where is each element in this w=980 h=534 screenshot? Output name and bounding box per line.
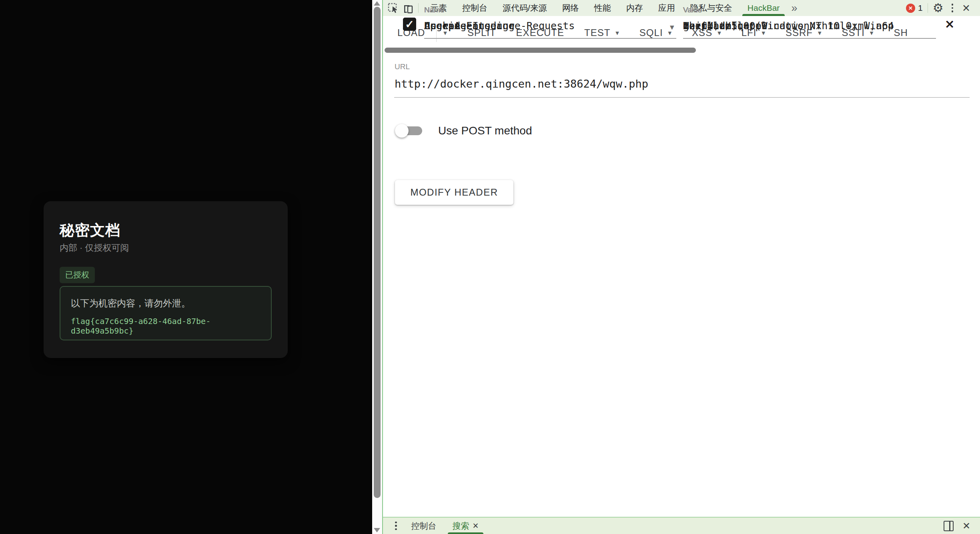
drawer-search-label: 搜索 (453, 520, 469, 532)
name-dropdown-icon[interactable]: ▾ (670, 22, 674, 32)
value-field-label: Value (683, 6, 702, 14)
drawer-search-close-icon[interactable]: ✕ (473, 521, 479, 530)
name-field-label: Name (424, 6, 445, 14)
post-method-label: Use POST method (438, 124, 532, 137)
header-checkbox[interactable]: ✓ (403, 18, 416, 31)
field-underline (424, 38, 676, 39)
card-title: 秘密文档 (60, 220, 120, 240)
url-field-label: URL (395, 62, 410, 71)
scroll-up-arrow-icon[interactable] (374, 1, 380, 6)
scrollbar-thumb[interactable] (374, 7, 381, 498)
secret-document-card: 秘密文档 内部 · 仅授权可阅 已授权 以下为机密内容，请勿外泄。 flag{c… (44, 201, 288, 358)
url-input-underline (394, 97, 970, 98)
drawer-right-controls: ✕ (944, 520, 980, 532)
card-subtitle: 内部 · 仅授权可阅 (60, 242, 129, 254)
flag-text: flag{ca7c6c99-a628-46ad-87be-d3eb49a5b9b… (71, 316, 271, 336)
drawer-close-icon[interactable]: ✕ (962, 520, 970, 532)
drawer-active-underline (448, 532, 484, 534)
authorized-badge: 已授权 (60, 267, 95, 283)
devtools-drawer: 控制台 搜索 ✕ ✕ (383, 517, 980, 534)
scroll-down-arrow-icon[interactable] (374, 528, 380, 532)
toggle-knob[interactable] (395, 124, 409, 138)
remove-header-icon[interactable]: ✕ (945, 18, 954, 31)
post-method-toggle[interactable] (395, 118, 423, 144)
header-value-field[interactable]: Value zh-CN,zh;q=0.9 (683, 0, 936, 40)
field-underline (683, 38, 936, 39)
drawer-tab-console[interactable]: 控制台 (407, 518, 441, 534)
header-row: ✓ Name Accept-Language ▾ Value zh-CN,zh;… (383, 0, 980, 42)
dock-side-icon[interactable] (944, 521, 954, 531)
drawer-tab-search[interactable]: 搜索 ✕ (448, 518, 484, 534)
name-field-value[interactable]: Accept-Language (424, 20, 676, 32)
devtools-panel: 元素 控制台 源代码/来源 网络 性能 内存 应用 隐私与安全 HackBar … (382, 0, 980, 534)
value-field-value[interactable]: zh-CN,zh;q=0.9 (683, 20, 936, 32)
modify-header-button[interactable]: MODIFY HEADER (395, 180, 513, 205)
confidential-panel: 以下为机密内容，请勿外泄。 flag{ca7c6c99-a628-46ad-87… (60, 286, 272, 340)
post-method-row: Use POST method (395, 118, 532, 144)
webpage-viewport: 秘密文档 内部 · 仅授权可阅 已授权 以下为机密内容，请勿外泄。 flag{c… (0, 0, 372, 534)
header-name-field[interactable]: Name Accept-Language ▾ (424, 0, 676, 40)
url-input[interactable]: http://docker.qingcen.net:38624/wqw.php (395, 78, 970, 90)
confidential-notice: 以下为机密内容，请勿外泄。 (71, 297, 190, 310)
hackbar-horizontal-scrollbar[interactable] (385, 48, 696, 53)
page-vertical-scrollbar[interactable] (372, 0, 382, 534)
drawer-menu-icon[interactable] (392, 520, 400, 532)
